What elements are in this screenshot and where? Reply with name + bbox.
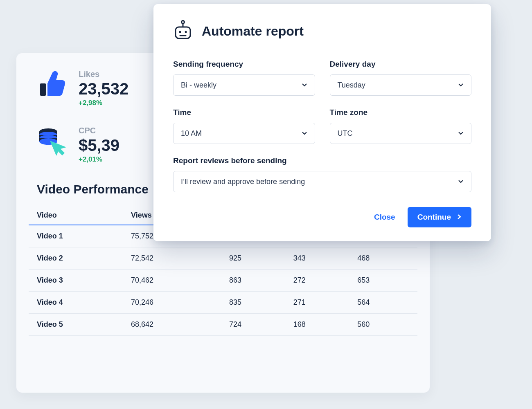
field-day: Delivery day Tuesday <box>330 60 472 96</box>
select-value: 10 AM <box>181 129 202 138</box>
chevron-down-icon <box>458 179 464 184</box>
cpc-icon <box>37 126 70 155</box>
field-review: Report reviews before sending I’ll revie… <box>173 156 471 192</box>
metric-label: CPC <box>79 126 119 135</box>
tz-select[interactable]: UTC <box>330 123 472 144</box>
field-label: Sending frequency <box>173 60 315 69</box>
table-row: Video 272,542925343468 <box>29 247 417 270</box>
metric-change: +2,98% <box>79 99 128 107</box>
field-tz: Time zone UTC <box>330 108 472 144</box>
likes-icon <box>37 70 70 98</box>
metric-label: Likes <box>79 70 128 79</box>
select-value: I’ll review and approve before sending <box>181 178 305 186</box>
svg-point-11 <box>179 31 181 33</box>
table-row: Video 568,642724168560 <box>29 314 417 336</box>
chevron-down-icon <box>302 130 307 136</box>
svg-rect-0 <box>40 83 46 96</box>
metric-change: +2,01% <box>79 155 119 164</box>
review-select[interactable]: I’ll review and approve before sending <box>173 171 471 192</box>
field-label: Time <box>173 108 315 117</box>
field-label: Time zone <box>330 108 472 117</box>
close-button[interactable]: Close <box>374 213 395 222</box>
select-value: UTC <box>338 129 353 138</box>
modal-title: Automate report <box>202 24 304 39</box>
svg-rect-10 <box>176 27 190 38</box>
metric-value: 23,532 <box>79 80 128 98</box>
field-label: Delivery day <box>330 60 472 69</box>
continue-button[interactable]: Continue <box>408 207 471 227</box>
field-label: Report reviews before sending <box>173 156 471 165</box>
chevron-right-icon <box>457 213 462 222</box>
metric-value: $5,39 <box>79 136 119 155</box>
field-time: Time 10 AM <box>173 108 315 144</box>
table-row: Video 370,462863272653 <box>29 270 417 292</box>
frequency-select[interactable]: Bi - weekly <box>173 74 315 96</box>
automate-report-modal: Automate report Sending frequency Bi - w… <box>153 4 491 241</box>
field-frequency: Sending frequency Bi - weekly <box>173 60 315 96</box>
select-value: Tuesday <box>338 81 365 90</box>
table-row: Video 470,246835271564 <box>29 292 417 314</box>
svg-point-8 <box>182 21 185 24</box>
continue-label: Continue <box>417 213 451 222</box>
time-select[interactable]: 10 AM <box>173 123 315 144</box>
chevron-down-icon <box>458 130 464 136</box>
chevron-down-icon <box>458 82 464 88</box>
chevron-down-icon <box>302 82 307 88</box>
col-video: Video <box>29 207 127 225</box>
day-select[interactable]: Tuesday <box>330 74 472 96</box>
robot-icon <box>173 20 193 43</box>
select-value: Bi - weekly <box>181 81 216 90</box>
svg-point-12 <box>185 31 187 33</box>
